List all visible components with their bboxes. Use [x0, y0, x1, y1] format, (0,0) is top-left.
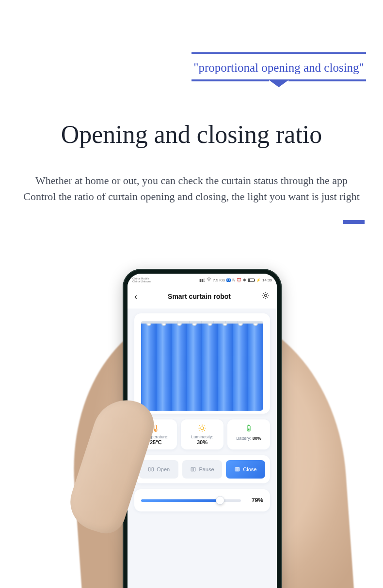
svg-rect-9: [192, 467, 193, 471]
sun-icon: [183, 423, 222, 433]
nfc-icon: ℕ: [232, 278, 235, 282]
close-label: Close: [243, 466, 256, 472]
controls-card: Open Pause Close: [134, 455, 270, 483]
svg-point-3: [201, 427, 204, 430]
curtain-visual-card: [134, 313, 270, 414]
alarm-icon: ⏰: [237, 278, 241, 282]
battery-icon: [248, 279, 255, 282]
back-button[interactable]: ‹: [134, 292, 137, 302]
luminosity-tile: Luminosity: 30%: [181, 419, 223, 449]
status-right: ▮▮▯ 7.9 K/s U ℕ ⏰ ✱ ⚡ 14:39: [199, 278, 272, 282]
battery-tile-icon: [229, 423, 268, 433]
curtain-pause-icon: [190, 466, 196, 473]
curtain-open-icon: [148, 466, 154, 473]
status-carriers: China Mobile China Unicom: [132, 277, 151, 283]
pause-label: Pause: [199, 466, 214, 472]
carrier-2: China Unicom: [132, 280, 151, 283]
curtain-graphic: [141, 324, 263, 411]
pause-button[interactable]: Pause: [182, 460, 222, 479]
svg-rect-10: [193, 467, 195, 471]
ribbon-text: "proportional opening and closing": [192, 54, 366, 79]
app-bar: ‹ Smart curtain robot: [128, 286, 277, 309]
open-label: Open: [157, 466, 170, 472]
svg-point-0: [208, 280, 209, 281]
position-slider-card: 79%: [134, 489, 270, 511]
settings-button[interactable]: [261, 291, 270, 302]
svg-rect-5: [248, 425, 249, 426]
stats-row: Temperature: 25℃ Luminosity: 30%: [134, 419, 270, 449]
wifi-icon: [207, 278, 211, 282]
signal-icon: ▮▮▯: [199, 278, 205, 282]
accent-divider: [343, 220, 365, 224]
curtain-close-icon: [234, 466, 240, 473]
ribbon-banner: "proportional opening and closing": [192, 52, 366, 87]
svg-rect-6: [248, 429, 250, 431]
bluetooth-icon: ✱: [243, 278, 246, 282]
close-button[interactable]: Close: [226, 460, 265, 479]
luminosity-label: Luminosity:: [183, 434, 222, 439]
subtitle-line-2: Control the ratio of curtain opening and…: [0, 188, 383, 204]
subtitle-line-1: Whether at home or out, you can check th…: [0, 172, 383, 188]
luminosity-value: 30%: [183, 439, 222, 445]
open-button[interactable]: Open: [139, 460, 178, 479]
page-subtitle: Whether at home or out, you can check th…: [0, 172, 383, 204]
svg-point-1: [265, 294, 267, 297]
status-bar: China Mobile China Unicom ▮▮▯ 7.9 K/s U …: [128, 274, 277, 286]
slider-percent: 79%: [247, 497, 263, 504]
battery-row: Battery: 80%: [229, 436, 268, 441]
slider-thumb[interactable]: [216, 496, 224, 505]
status-time: 14:39: [262, 278, 272, 282]
svg-point-2: [155, 429, 157, 431]
battery-label: Battery:: [236, 436, 251, 441]
page-title: Opening and closing ratio: [0, 120, 383, 149]
svg-rect-7: [149, 467, 150, 471]
charging-icon: ⚡: [256, 278, 261, 282]
net-speed: 7.9 K/s: [213, 278, 225, 282]
battery-value: 80%: [253, 436, 261, 441]
position-slider[interactable]: [141, 499, 241, 502]
status-pill-icon: U: [226, 279, 231, 282]
app-title: Smart curtain robot: [168, 293, 231, 300]
battery-tile: Battery: 80%: [227, 419, 270, 449]
svg-rect-8: [152, 467, 153, 471]
gear-icon: [261, 291, 270, 300]
